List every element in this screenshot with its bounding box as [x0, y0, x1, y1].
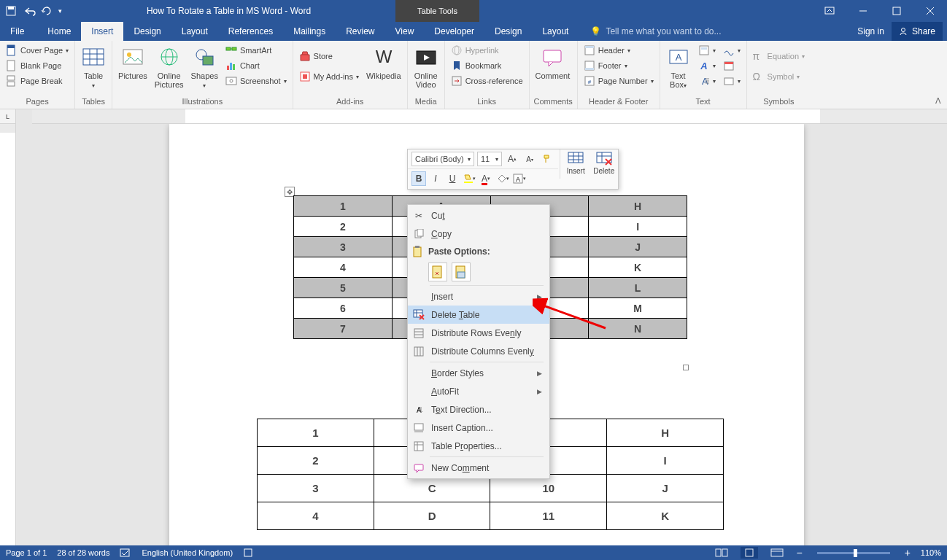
- underline-button[interactable]: U: [445, 171, 460, 186]
- table-resize-handle[interactable]: [683, 365, 689, 370]
- cover-page-button[interactable]: Cover Page ▾: [4, 44, 70, 57]
- context-table-properties[interactable]: Table Properties...: [408, 437, 549, 455]
- minimize-button[interactable]: [846, 0, 880, 22]
- tab-developer[interactable]: Developer: [424, 22, 484, 41]
- save-icon[interactable]: [6, 6, 16, 16]
- signature-line-button[interactable]: ▾: [722, 44, 742, 57]
- date-time-button[interactable]: [722, 59, 742, 72]
- my-addins-button[interactable]: My Add-ins ▾: [298, 70, 360, 83]
- comment-button[interactable]: Comment: [534, 44, 572, 82]
- tab-mailings[interactable]: Mailings: [283, 22, 336, 41]
- context-distribute-rows[interactable]: Distribute Rows Evenly: [408, 324, 549, 342]
- tab-table-layout[interactable]: Layout: [532, 22, 579, 41]
- paste-picture[interactable]: [452, 262, 471, 281]
- tab-home[interactable]: Home: [37, 22, 81, 41]
- footer-button[interactable]: Footer ▾: [582, 59, 655, 72]
- grow-font-icon[interactable]: A▴: [505, 152, 519, 166]
- wordart-button[interactable]: A▾: [697, 59, 717, 72]
- print-layout-icon[interactable]: [741, 547, 758, 559]
- status-page[interactable]: Page 1 of 1: [6, 548, 47, 557]
- smartart-button[interactable]: SmartArt: [224, 44, 288, 57]
- screenshot-button[interactable]: Screenshot ▾: [224, 74, 288, 88]
- shrink-font-icon[interactable]: A▾: [522, 152, 537, 166]
- read-mode-icon[interactable]: [713, 547, 730, 559]
- undo-icon[interactable]: [23, 6, 34, 16]
- collapse-ribbon-icon[interactable]: ᐱ: [935, 96, 941, 106]
- spellcheck-icon[interactable]: [120, 548, 131, 558]
- context-cut[interactable]: ✂Cut: [408, 206, 549, 225]
- italic-button[interactable]: I: [428, 171, 443, 186]
- tab-insert[interactable]: Insert: [81, 22, 123, 41]
- vertical-ruler[interactable]: [0, 124, 16, 545]
- styles-button[interactable]: A▾: [512, 171, 527, 186]
- ribbon-display-options-icon[interactable]: [813, 0, 846, 22]
- context-delete-table[interactable]: Delete Table: [408, 306, 549, 324]
- page-number-button[interactable]: #Page Number ▾: [582, 74, 655, 88]
- bookmark-button[interactable]: Bookmark: [449, 59, 525, 72]
- paste-options-row: [408, 260, 549, 284]
- font-size-selector[interactable]: 11 ▾: [477, 152, 502, 166]
- zoom-in-button[interactable]: +: [905, 547, 911, 559]
- mini-insert-button[interactable]: Insert: [562, 149, 590, 189]
- paste-keep-formatting[interactable]: [428, 262, 447, 281]
- tab-references[interactable]: References: [218, 22, 283, 41]
- pictures-button[interactable]: Pictures: [117, 44, 149, 82]
- status-words[interactable]: 28 of 28 words: [57, 548, 109, 557]
- drop-cap-button[interactable]: A▾: [697, 74, 717, 88]
- share-button[interactable]: Share: [892, 22, 943, 41]
- quick-parts-button[interactable]: ▾: [697, 44, 717, 57]
- bold-button[interactable]: B: [411, 171, 426, 186]
- context-insert-caption[interactable]: Insert Caption...: [408, 419, 549, 437]
- textbox-button[interactable]: AText Box▾: [665, 44, 692, 92]
- zoom-slider[interactable]: [817, 552, 890, 554]
- context-distribute-cols[interactable]: Distribute Columns Evenly: [408, 342, 549, 360]
- header-button[interactable]: Header ▾: [582, 44, 655, 57]
- macro-recording-icon[interactable]: [243, 548, 253, 558]
- blank-page-button[interactable]: Blank Page: [4, 59, 70, 72]
- symbol-button[interactable]: ΩSymbol ▾: [751, 70, 806, 83]
- svg-point-7: [901, 28, 905, 32]
- context-insert[interactable]: Insert▶: [408, 287, 549, 306]
- context-text-direction[interactable]: AText Direction...: [408, 400, 549, 419]
- tell-me-search[interactable]: 💡 Tell me what you want to do...: [579, 22, 857, 41]
- copy-icon: [412, 228, 425, 241]
- online-pictures-button[interactable]: Online Pictures: [153, 44, 185, 90]
- horizontal-ruler[interactable]: [32, 109, 947, 124]
- font-color-button[interactable]: A▾: [479, 171, 493, 186]
- tab-file[interactable]: File: [0, 22, 34, 41]
- chart-button[interactable]: Chart: [224, 59, 288, 72]
- tab-view[interactable]: View: [385, 22, 425, 41]
- close-button[interactable]: [913, 0, 947, 22]
- table-button[interactable]: Table▾: [80, 44, 107, 92]
- object-button[interactable]: ▾: [722, 74, 742, 88]
- hyperlink-button[interactable]: Hyperlink: [449, 44, 525, 57]
- zoom-level[interactable]: 110%: [921, 548, 941, 557]
- tab-review[interactable]: Review: [336, 22, 384, 41]
- maximize-button[interactable]: [880, 0, 913, 22]
- context-new-comment[interactable]: New Comment: [408, 459, 549, 477]
- context-autofit[interactable]: AutoFit▶: [408, 382, 549, 400]
- highlight-button[interactable]: ▾: [462, 171, 476, 186]
- web-layout-icon[interactable]: [768, 547, 786, 559]
- context-border-styles[interactable]: Border Styles▶: [408, 364, 549, 382]
- redo-icon[interactable]: [41, 6, 51, 16]
- tab-design[interactable]: Design: [123, 22, 171, 41]
- shading-button[interactable]: ▾: [495, 171, 510, 186]
- sign-in-link[interactable]: Sign in: [857, 26, 884, 36]
- mini-delete-button[interactable]: Delete: [590, 149, 618, 189]
- online-video-button[interactable]: Online Video: [412, 44, 440, 90]
- equation-button[interactable]: πEquation ▾: [751, 50, 806, 63]
- lightbulb-icon: 💡: [590, 26, 601, 36]
- store-button[interactable]: Store: [298, 50, 360, 63]
- format-painter-icon[interactable]: [540, 152, 554, 166]
- page-break-button[interactable]: Page Break: [4, 74, 70, 88]
- status-language[interactable]: English (United Kingdom): [142, 548, 233, 557]
- context-copy[interactable]: Copy: [408, 225, 549, 243]
- zoom-out-button[interactable]: −: [796, 547, 802, 559]
- cross-reference-button[interactable]: Cross-reference: [449, 74, 525, 88]
- shapes-button[interactable]: Shapes▾: [190, 44, 220, 92]
- wikipedia-button[interactable]: WWikipedia: [365, 44, 403, 82]
- tab-layout[interactable]: Layout: [171, 22, 218, 41]
- tab-table-design[interactable]: Design: [484, 22, 532, 41]
- font-selector[interactable]: Calibri (Body) ▾: [411, 152, 474, 166]
